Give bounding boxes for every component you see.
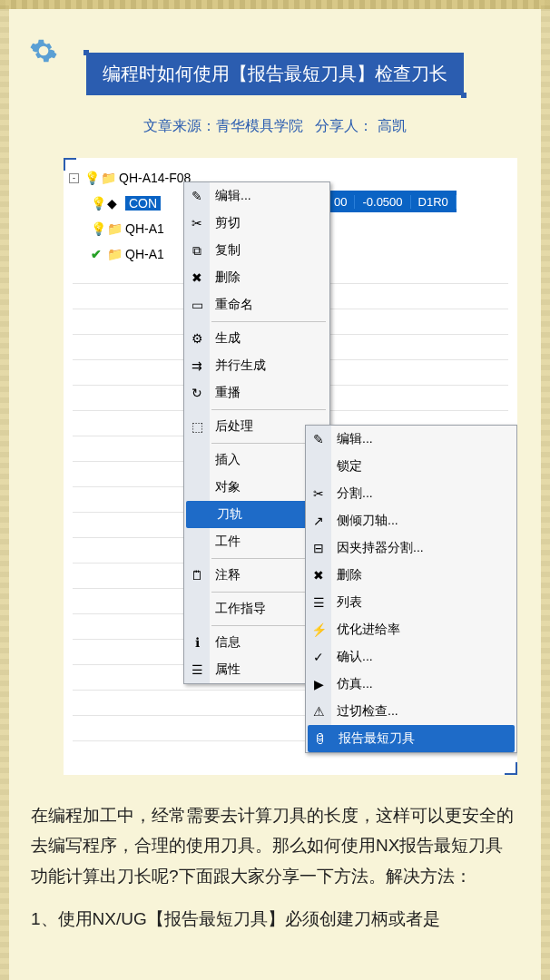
- menu-delete[interactable]: ✖删除: [184, 264, 329, 291]
- gouge-icon: ⚠: [310, 703, 327, 720]
- folder-icon: 📁: [107, 221, 122, 236]
- tree-item-selected[interactable]: 💡 ◆ CON: [69, 191, 191, 216]
- split-icon: ✂: [310, 485, 327, 502]
- menu-replay[interactable]: ↻重播: [184, 379, 329, 407]
- submenu-gouge-check[interactable]: ⚠过切检查...: [306, 698, 516, 725]
- submenu-edit[interactable]: ✎编辑...: [306, 426, 516, 453]
- generate-icon: ⚙: [189, 330, 205, 347]
- article-paragraph: 1、使用NX/UG【报告最短刀具】必须创建刀柄或者是: [31, 904, 519, 934]
- menu-rename[interactable]: ▭重命名: [184, 291, 329, 318]
- optimize-icon: ⚡: [310, 622, 327, 638]
- submenu-optimize-feed[interactable]: ⚡优化进给率: [306, 616, 516, 643]
- delete-icon: ✖: [189, 270, 205, 286]
- submenu-list[interactable]: ☰列表: [306, 589, 516, 616]
- replay-icon: ↻: [189, 385, 205, 401]
- edit-icon: ✎: [310, 431, 327, 447]
- bulb-icon: 💡: [91, 221, 105, 236]
- rename-icon: ▭: [189, 297, 205, 313]
- report-icon: 🛢: [312, 730, 329, 747]
- parallel-icon: ⇉: [189, 358, 205, 374]
- menu-copy[interactable]: ⧉复制: [184, 237, 329, 264]
- confirm-icon: ✓: [310, 649, 327, 665]
- cut-icon: ✂: [189, 215, 205, 231]
- menu-edit[interactable]: ✎编辑...: [184, 182, 329, 210]
- simulate-icon: ▶: [310, 676, 327, 692]
- source-line: 文章来源：青华模具学院 分享人： 高凯: [27, 117, 523, 136]
- note-icon: 🗒: [189, 567, 205, 583]
- submenu-holder-split[interactable]: ⊟因夹持器分割...: [306, 534, 516, 562]
- postprocess-icon: ⬚: [189, 418, 205, 435]
- tree-root[interactable]: - 💡 📁 QH-A14-F08: [69, 165, 191, 191]
- copy-icon: ⧉: [189, 242, 205, 259]
- submenu-tilt-axis[interactable]: ↗侧倾刀轴...: [306, 507, 516, 534]
- submenu-report-shortest-tool[interactable]: 🛢报告最短刀具: [308, 725, 515, 752]
- submenu-delete[interactable]: ✖删除: [306, 562, 516, 589]
- tree-item[interactable]: 💡 📁 QH-A1: [69, 216, 191, 241]
- check-icon: ✔: [91, 247, 105, 261]
- menu-generate[interactable]: ⚙生成: [184, 325, 329, 352]
- submenu-split[interactable]: ✂分割...: [306, 480, 516, 507]
- operation-icon: ◆: [107, 196, 122, 211]
- tree-item[interactable]: ✔ 📁 QH-A1: [69, 241, 191, 267]
- operation-tree: - 💡 📁 QH-A14-F08 💡 ◆ CON 💡 📁 QH-A1 ✔ �: [69, 165, 191, 267]
- tilt-icon: ↗: [310, 513, 327, 529]
- edit-icon: ✎: [189, 188, 205, 204]
- info-icon: ℹ: [189, 634, 205, 651]
- context-submenu-toolpath: ✎编辑... 锁定 ✂分割... ↗侧倾刀轴... ⊟因夹持器分割... ✖删除…: [305, 425, 517, 753]
- page-title: 编程时如何使用【报告最短刀具】检查刀长: [86, 53, 464, 95]
- properties-icon: ☰: [189, 662, 205, 678]
- folder-icon: 📁: [107, 247, 122, 261]
- holder-icon: ⊟: [310, 540, 327, 556]
- collapse-icon[interactable]: -: [69, 173, 79, 183]
- delete-icon: ✖: [310, 567, 327, 583]
- article-body: 在编程加工中，经常需要去计算刀具的长度，这样可以更安全的去编写程序，合理的使用刀…: [27, 800, 523, 934]
- gear-icon: [29, 36, 58, 65]
- submenu-simulate[interactable]: ▶仿真...: [306, 671, 516, 698]
- bulb-icon: 💡: [84, 171, 99, 185]
- folder-icon: 📁: [101, 171, 115, 185]
- menu-parallel-generate[interactable]: ⇉并行生成: [184, 352, 329, 379]
- list-icon: ☰: [310, 594, 327, 611]
- software-screenshot: - 💡 📁 QH-A14-F08 💡 ◆ CON 💡 📁 QH-A1 ✔ �: [64, 158, 517, 775]
- menu-cut[interactable]: ✂剪切: [184, 210, 329, 237]
- submenu-confirm[interactable]: ✓确认...: [306, 643, 516, 671]
- submenu-lock[interactable]: 锁定: [306, 453, 516, 480]
- article-paragraph: 在编程加工中，经常需要去计算刀具的长度，这样可以更安全的去编写程序，合理的使用刀…: [31, 800, 519, 891]
- grid-selected-row: 00 -0.0500 D1R0: [327, 191, 457, 212]
- bulb-icon: 💡: [91, 196, 105, 211]
